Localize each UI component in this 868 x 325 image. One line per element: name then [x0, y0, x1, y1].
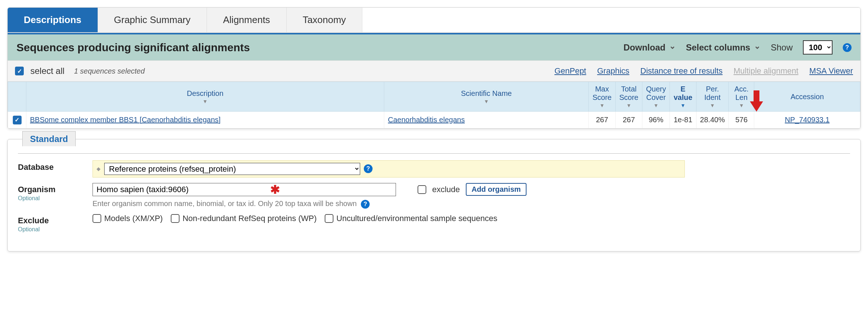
- database-row: Database ◆ Reference proteins (refseq_pr…: [18, 160, 850, 178]
- column-e-value[interactable]: E value ▼: [670, 82, 696, 112]
- sort-caret-icon: ▼: [673, 102, 692, 108]
- sort-caret-icon: ▼: [732, 102, 750, 108]
- results-tabs: Descriptions Graphic Summary Alignments …: [8, 8, 860, 33]
- checkbox-icon[interactable]: [93, 214, 101, 223]
- organism-row: Organism Optional ✱ exclude Add organism…: [18, 183, 850, 209]
- cell-query-cover: 96%: [642, 112, 669, 128]
- column-query-cover[interactable]: Query Cover ▼: [642, 82, 669, 112]
- organism-label: Organism Optional: [18, 183, 84, 202]
- result-description-link[interactable]: BBSome complex member BBS1 [Caenorhabdit…: [30, 116, 220, 124]
- column-scientific-name[interactable]: Scientific Name ▼: [384, 82, 589, 112]
- select-all-label: select all: [30, 66, 64, 76]
- genpept-link[interactable]: GenPept: [554, 66, 586, 76]
- column-acc-len[interactable]: Acc. Len ▼: [729, 82, 754, 112]
- selected-count: 1 sequences selected: [74, 67, 144, 75]
- organism-input[interactable]: [93, 183, 396, 196]
- exclude-models-option[interactable]: Models (XM/XP): [93, 214, 163, 223]
- exclude-row-label: Exclude Optional: [18, 214, 84, 233]
- table-row: BBSome complex member BBS1 [Caenorhabdit…: [8, 112, 860, 128]
- cell-e-value: 1e-81: [670, 112, 696, 128]
- exclude-nonredundant-option[interactable]: Non-redundant RefSeq proteins (WP): [171, 214, 317, 223]
- select-all-row: select all 1 sequences selected GenPept …: [8, 60, 860, 82]
- result-sciname-link[interactable]: Caenorhabditis elegans: [388, 116, 465, 124]
- diamond-icon: ◆: [97, 166, 101, 172]
- help-icon[interactable]: ?: [364, 164, 373, 173]
- tab-graphic-summary[interactable]: Graphic Summary: [98, 8, 207, 32]
- show-count-select[interactable]: 100: [803, 40, 833, 55]
- checkbox-icon[interactable]: [171, 214, 180, 223]
- column-accession[interactable]: Accession: [754, 82, 860, 112]
- multiple-alignment-link: Multiple alignment: [733, 66, 798, 76]
- help-icon[interactable]: ?: [843, 43, 852, 52]
- sort-caret-icon: ▼: [592, 102, 611, 108]
- exclude-label: exclude: [432, 185, 460, 194]
- tab-taxonomy[interactable]: Taxonomy: [287, 8, 363, 32]
- tab-descriptions[interactable]: Descriptions: [8, 8, 98, 32]
- sort-caret-icon: ▼: [388, 98, 585, 104]
- cell-max-score: 267: [589, 112, 615, 128]
- database-label: Database: [18, 160, 84, 172]
- organism-hint: Enter organism common name, binomial, or…: [93, 199, 850, 209]
- graphics-link[interactable]: Graphics: [597, 66, 629, 76]
- search-criteria-panel: Standard Database ◆ Reference proteins (…: [7, 139, 861, 251]
- select-all-checkbox[interactable]: [15, 67, 24, 75]
- column-checkbox: [8, 82, 26, 112]
- result-links: GenPept Graphics Distance tree of result…: [554, 66, 853, 76]
- results-table: Description ▼ Scientific Name ▼ Max Scor…: [8, 82, 860, 128]
- column-max-score[interactable]: Max Score ▼: [589, 82, 615, 112]
- sort-caret-icon: ▼: [30, 98, 380, 104]
- sort-caret-icon: ▼: [646, 102, 666, 108]
- exclude-row: Exclude Optional Models (XM/XP) Non-redu…: [18, 214, 850, 233]
- show-label: Show: [771, 42, 793, 53]
- sort-caret-icon: ▼: [619, 102, 638, 108]
- cell-acc-len: 576: [729, 112, 754, 128]
- cell-per-ident: 28.40%: [696, 112, 729, 128]
- database-highlight: ◆ Reference proteins (refseq_protein) ?: [93, 160, 685, 178]
- distance-tree-link[interactable]: Distance tree of results: [640, 66, 722, 76]
- results-panel: Descriptions Graphic Summary Alignments …: [7, 7, 861, 129]
- accession-link[interactable]: NP_740933.1: [785, 116, 830, 124]
- cell-total-score: 267: [615, 112, 642, 128]
- column-description[interactable]: Description ▼: [26, 82, 384, 112]
- help-icon[interactable]: ?: [361, 200, 370, 209]
- row-checkbox[interactable]: [13, 116, 22, 124]
- exclude-uncultured-option[interactable]: Uncultured/environmental sample sequence…: [325, 214, 497, 223]
- database-select[interactable]: Reference proteins (refseq_protein): [104, 163, 360, 175]
- msa-viewer-link[interactable]: MSA Viewer: [809, 66, 853, 76]
- checkbox-icon[interactable]: [325, 214, 333, 223]
- significant-alignments-bar: Sequences producing significant alignmen…: [8, 33, 860, 60]
- sort-caret-icon: ▼: [700, 102, 725, 108]
- exclude-checkbox[interactable]: [418, 185, 426, 194]
- add-organism-button[interactable]: Add organism: [466, 183, 527, 196]
- fieldset-legend: Standard: [22, 131, 76, 146]
- tab-alignments[interactable]: Alignments: [207, 8, 287, 32]
- sig-alignments-title: Sequences producing significant alignmen…: [16, 41, 613, 54]
- column-total-score[interactable]: Total Score ▼: [615, 82, 642, 112]
- column-per-ident[interactable]: Per. Ident ▼: [696, 82, 729, 112]
- select-columns-dropdown[interactable]: Select columns: [686, 42, 761, 53]
- download-dropdown[interactable]: Download: [623, 42, 676, 53]
- exclude-options: Models (XM/XP) Non-redundant RefSeq prot…: [93, 214, 850, 223]
